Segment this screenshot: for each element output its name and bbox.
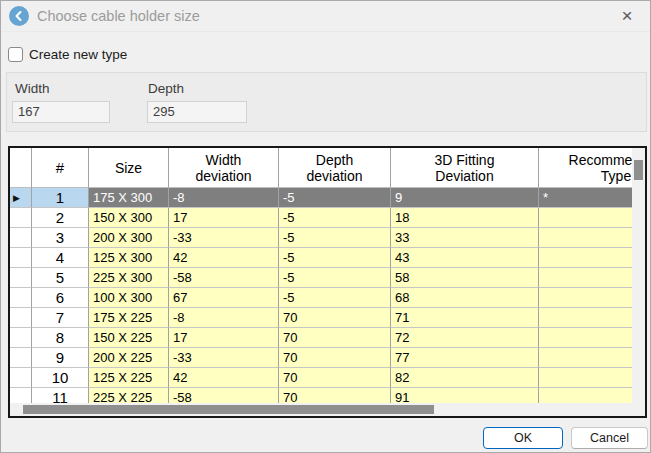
cell-width_dev[interactable]: 17 <box>169 208 279 228</box>
cell-num[interactable]: 8 <box>32 328 89 348</box>
cell-recomm[interactable] <box>539 228 632 248</box>
row-selector-cell[interactable] <box>10 288 32 308</box>
horizontal-scrollbar-thumb[interactable] <box>23 405 434 414</box>
cell-fit_dev[interactable]: 91 <box>391 388 539 403</box>
table-row[interactable]: 2150 X 30017-518 <box>10 208 632 228</box>
cell-size[interactable]: 225 X 300 <box>89 268 169 288</box>
cell-recomm[interactable] <box>539 268 632 288</box>
depth-field[interactable]: 295 <box>147 101 247 123</box>
row-selector-cell[interactable] <box>10 248 32 268</box>
cell-size[interactable]: 200 X 300 <box>89 228 169 248</box>
cell-num[interactable]: 11 <box>32 388 89 403</box>
cell-size[interactable]: 175 X 300 <box>89 188 169 208</box>
table-row[interactable]: 7175 X 225-87071 <box>10 308 632 328</box>
create-new-type-checkbox[interactable] <box>8 47 23 62</box>
cell-recomm[interactable] <box>539 328 632 348</box>
cell-size[interactable]: 150 X 300 <box>89 208 169 228</box>
cell-depth_dev[interactable]: 70 <box>279 368 391 388</box>
cell-width_dev[interactable]: -8 <box>169 308 279 328</box>
cell-width_dev[interactable]: -8 <box>169 188 279 208</box>
row-selector-cell[interactable] <box>10 208 32 228</box>
cell-width_dev[interactable]: 17 <box>169 328 279 348</box>
column-header-fit_dev[interactable]: 3D FittingDeviation <box>391 148 539 188</box>
cell-size[interactable]: 225 X 225 <box>89 388 169 403</box>
cell-depth_dev[interactable]: 70 <box>279 308 391 328</box>
table-row[interactable]: 9200 X 225-337077 <box>10 348 632 368</box>
cell-recomm[interactable] <box>539 208 632 228</box>
table-row[interactable]: 3200 X 300-33-533 <box>10 228 632 248</box>
row-selector-cell[interactable] <box>10 388 32 403</box>
row-selector-cell[interactable] <box>10 368 32 388</box>
column-header-recomm[interactable]: RecommendedType <box>539 148 632 188</box>
cell-depth_dev[interactable]: -5 <box>279 268 391 288</box>
close-icon[interactable]: × <box>616 4 638 28</box>
cell-size[interactable]: 175 X 225 <box>89 308 169 328</box>
width-field[interactable]: 167 <box>12 101 110 123</box>
table-row[interactable]: 5225 X 300-58-558 <box>10 268 632 288</box>
cell-depth_dev[interactable]: -5 <box>279 228 391 248</box>
vertical-scrollbar-thumb[interactable] <box>634 160 643 180</box>
vertical-scrollbar[interactable] <box>632 148 645 403</box>
row-selector-cell[interactable] <box>10 348 32 368</box>
table-row[interactable]: 10125 X 225427082 <box>10 368 632 388</box>
cell-depth_dev[interactable]: -5 <box>279 288 391 308</box>
table-row[interactable]: 8150 X 225177072 <box>10 328 632 348</box>
cell-fit_dev[interactable]: 82 <box>391 368 539 388</box>
cell-width_dev[interactable]: -58 <box>169 388 279 403</box>
cell-depth_dev[interactable]: -5 <box>279 208 391 228</box>
cell-size[interactable]: 200 X 225 <box>89 348 169 368</box>
horizontal-scrollbar[interactable] <box>10 403 632 416</box>
cell-size[interactable]: 125 X 300 <box>89 248 169 268</box>
cancel-button[interactable]: Cancel <box>571 427 648 449</box>
cell-depth_dev[interactable]: 70 <box>279 348 391 368</box>
row-selector-cell[interactable] <box>10 308 32 328</box>
cell-num[interactable]: 3 <box>32 228 89 248</box>
column-header-num[interactable]: # <box>32 148 89 188</box>
row-selector-cell[interactable] <box>10 328 32 348</box>
cell-fit_dev[interactable]: 43 <box>391 248 539 268</box>
cell-fit_dev[interactable]: 77 <box>391 348 539 368</box>
table-row[interactable]: 11225 X 225-587091 <box>10 388 632 403</box>
row-selector-cell[interactable] <box>10 228 32 248</box>
cell-width_dev[interactable]: -33 <box>169 228 279 248</box>
cell-num[interactable]: 6 <box>32 288 89 308</box>
cell-fit_dev[interactable]: 72 <box>391 328 539 348</box>
cell-size[interactable]: 150 X 225 <box>89 328 169 348</box>
table-row[interactable]: ▶1175 X 300-8-59* <box>10 188 632 208</box>
cell-fit_dev[interactable]: 58 <box>391 268 539 288</box>
cell-num[interactable]: 5 <box>32 268 89 288</box>
cell-num[interactable]: 10 <box>32 368 89 388</box>
column-header-size[interactable]: Size <box>89 148 169 188</box>
cell-depth_dev[interactable]: 70 <box>279 388 391 403</box>
cell-num[interactable]: 2 <box>32 208 89 228</box>
cell-num[interactable]: 7 <box>32 308 89 328</box>
cell-width_dev[interactable]: 42 <box>169 368 279 388</box>
cell-size[interactable]: 125 X 225 <box>89 368 169 388</box>
cell-depth_dev[interactable]: -5 <box>279 188 391 208</box>
column-header-depth_dev[interactable]: Depthdeviation <box>279 148 391 188</box>
cell-depth_dev[interactable]: 70 <box>279 328 391 348</box>
cell-recomm[interactable] <box>539 348 632 368</box>
cell-depth_dev[interactable]: -5 <box>279 248 391 268</box>
cell-fit_dev[interactable]: 9 <box>391 188 539 208</box>
cell-width_dev[interactable]: -33 <box>169 348 279 368</box>
cell-recomm[interactable]: * <box>539 188 632 208</box>
cell-num[interactable]: 1 <box>32 188 89 208</box>
cell-recomm[interactable] <box>539 308 632 328</box>
cell-fit_dev[interactable]: 33 <box>391 228 539 248</box>
row-selector-cell[interactable] <box>10 268 32 288</box>
cell-fit_dev[interactable]: 71 <box>391 308 539 328</box>
cell-size[interactable]: 100 X 300 <box>89 288 169 308</box>
cell-recomm[interactable] <box>539 248 632 268</box>
cell-width_dev[interactable]: 42 <box>169 248 279 268</box>
cell-recomm[interactable] <box>539 368 632 388</box>
cell-fit_dev[interactable]: 68 <box>391 288 539 308</box>
cell-num[interactable]: 9 <box>32 348 89 368</box>
cell-recomm[interactable] <box>539 388 632 403</box>
cell-width_dev[interactable]: 67 <box>169 288 279 308</box>
row-selector-cell[interactable]: ▶ <box>10 188 32 208</box>
cell-recomm[interactable] <box>539 288 632 308</box>
ok-button[interactable]: OK <box>483 427 563 449</box>
table-row[interactable]: 4125 X 30042-543 <box>10 248 632 268</box>
table-row[interactable]: 6100 X 30067-568 <box>10 288 632 308</box>
